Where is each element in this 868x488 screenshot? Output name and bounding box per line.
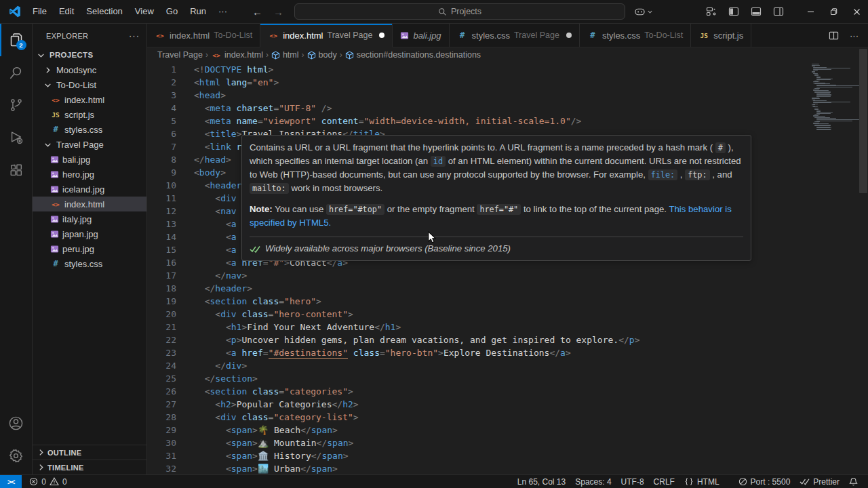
code-line[interactable]: <span>⛰️ Mountain</span> [194,436,868,449]
code-line[interactable]: <div class="category-list"> [194,411,868,424]
code-line[interactable]: </header> [194,282,868,295]
code-line[interactable]: </section> [194,372,868,385]
code-line[interactable]: <span>🌴 Beach</span> [194,424,868,436]
status-utf-8[interactable]: UTF-8 [616,477,649,487]
editor-tab[interactable]: <>index.htmlTo-Do-List [147,24,260,47]
editor-tab[interactable]: <>index.htmlTravel Page [260,24,393,47]
sidebar-section-outline[interactable]: OUTLINE [33,445,146,460]
remote-indicator[interactable]: >< [0,475,22,488]
breadcrumb-item[interactable]: html [271,50,299,60]
image-file-icon [50,170,59,179]
editor-tab[interactable]: #styles.cssTravel Page [450,24,580,47]
code-line[interactable]: <head> [194,89,868,102]
close-button[interactable] [845,0,868,23]
toggle-secondary-sidebar-icon[interactable] [773,6,784,17]
code-editor[interactable]: 1234567891011121314151617181920212223242… [147,62,868,474]
code-line[interactable]: <h2>Popular Categories</h2> [194,398,868,411]
activity-settings[interactable] [0,439,33,472]
tree-item[interactable]: #styles.css [33,256,146,271]
restore-button[interactable] [822,0,845,23]
chevron-right-icon [35,464,46,471]
status-html[interactable]: HTML [679,477,724,487]
tab-project-badge: Travel Page [327,30,372,40]
code-line[interactable]: <section class="hero"> [194,295,868,308]
activity-extensions[interactable] [0,154,33,186]
split-editor-icon[interactable] [829,30,839,41]
status-port-5500[interactable]: Port : 5500 [734,477,795,487]
menu-run[interactable]: Run [184,3,212,20]
tree-item[interactable]: italy.jpg [33,211,146,226]
status-crlf[interactable]: CRLF [649,477,679,487]
modified-dot-icon[interactable] [566,33,572,38]
breadcrumb-item[interactable]: Travel Page [157,50,203,60]
editor-tab[interactable]: JSscript.js [691,24,751,47]
menu-go[interactable]: Go [160,3,184,20]
code-line[interactable]: <section class="categories"> [194,385,868,398]
tree-item[interactable]: <>index.html [33,197,146,211]
editor-scrollbar[interactable] [859,49,867,193]
code-line[interactable]: </nav> [194,269,868,282]
css-file-icon: # [457,30,468,40]
command-center-search[interactable]: Projects [294,3,625,20]
menu-[interactable]: ··· [212,3,233,20]
code-line[interactable]: <div class="hero-content"> [194,308,868,321]
tree-root-projects[interactable]: PROJECTS [33,47,146,62]
breadcrumb-item[interactable]: section#destinations.destinations [345,50,481,60]
status-bell[interactable] [844,477,863,486]
code-line[interactable]: <html lang="en"> [194,76,868,89]
chevron-down-icon [42,141,53,148]
activity-explorer[interactable]: 2 [0,24,33,56]
menu-edit[interactable]: Edit [53,3,80,20]
explorer-actions-icon[interactable]: ··· [129,30,140,41]
tree-item-label: To-Do-List [56,80,96,90]
tree-item[interactable]: hero.jpg [33,167,146,182]
code-line[interactable]: <meta name="viewport" content="width=dev… [194,115,868,127]
more-actions-icon[interactable]: ··· [850,30,859,41]
code-line[interactable]: <p>Uncover hidden gems, plan dream vacat… [194,333,868,346]
forward-arrow-icon[interactable]: → [273,6,283,18]
code-line[interactable]: <span>🏙️ Urban</span> [194,462,868,474]
tree-item[interactable]: Travel Page [33,137,146,152]
back-arrow-icon[interactable]: ← [252,6,262,18]
toggle-panel-icon[interactable] [751,6,762,17]
activity-source-control[interactable] [0,89,33,121]
activity-run-debug[interactable] [0,121,33,154]
breadcrumb-item[interactable]: body [307,50,337,60]
editor-tab[interactable]: #styles.cssTo-Do-List [580,24,691,47]
code-line[interactable]: <h1>Find Your Next Adventure</h1> [194,321,868,333]
customize-layout-icon[interactable] [706,6,717,17]
sidebar-section-timeline[interactable]: TIMELINE [33,460,146,474]
tree-item[interactable]: japan.jpg [33,226,146,241]
code-line[interactable]: <a href="#destinations" class="hero-btn"… [194,346,868,359]
code-line[interactable]: <meta charset="UTF-8" /> [194,102,868,115]
menu-file[interactable]: File [26,3,53,20]
activity-account[interactable] [0,407,33,439]
code-line[interactable]: <!DOCTYPE html> [194,63,868,76]
tree-item[interactable]: JSscript.js [33,107,146,122]
double-check-icon [800,478,810,485]
toggle-primary-sidebar-icon[interactable] [728,6,739,17]
menu-selection[interactable]: Selection [80,3,128,20]
code-line[interactable]: <span>🏛️ History</span> [194,449,868,462]
editor-tab[interactable]: bali.jpg [393,24,449,47]
menu-view[interactable]: View [129,3,160,20]
status-ln-65-col-13[interactable]: Ln 65, Col 13 [513,477,570,487]
tree-item[interactable]: #styles.css [33,122,146,137]
status-spaces-4[interactable]: Spaces: 4 [570,477,616,487]
tree-item[interactable]: To-Do-List [33,77,146,92]
problems-indicator[interactable]: 0 0 [24,477,71,487]
copilot-button[interactable] [634,7,653,17]
tree-item[interactable]: peru.jpg [33,241,146,256]
activity-search[interactable] [0,56,33,89]
modified-dot-icon[interactable] [379,33,384,38]
tree-item[interactable]: Moodsync [33,62,146,77]
breadcrumb-item[interactable]: <>index.html [211,50,263,60]
status-prettier[interactable]: Prettier [795,477,844,487]
tree-item[interactable]: <>index.html [33,92,146,107]
code-line[interactable]: </div> [194,359,868,372]
minimap[interactable] [812,62,856,131]
tab-label: styles.css [602,30,640,41]
tree-item[interactable]: bali.jpg [33,152,146,167]
minimize-button[interactable] [799,0,822,23]
tree-item[interactable]: iceland.jpg [33,182,146,197]
